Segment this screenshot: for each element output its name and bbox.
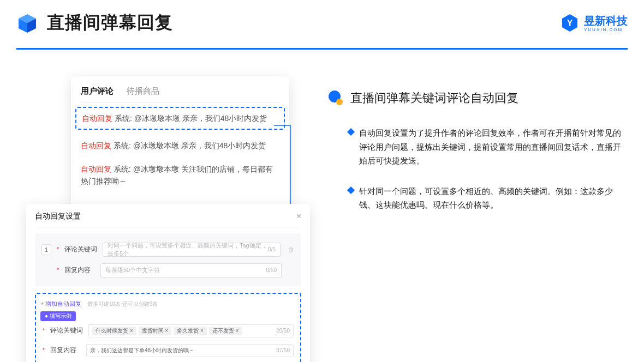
content-input[interactable]: 每条限50个中文字符 0/50: [100, 263, 282, 277]
right-column: 直播间弹幕关键词评论自动回复 自动回复设置为了提升作者的评论回复效率，作者可在开…: [327, 90, 622, 228]
auto-reply-settings-panel: 自动回复设置 × 1 * 评论关键词 对同一个问题，可设置多个相近、高频的关键词…: [26, 204, 310, 362]
keyword-tag[interactable]: 还不发货 ×: [209, 327, 242, 335]
settings-title: 自动回复设置: [35, 212, 81, 221]
comment-text-1: 系统: @冰墩墩本墩 亲亲，我们48小时内发货: [112, 114, 267, 123]
section-heading: 直播间弹幕关键词评论自动回复: [327, 90, 622, 106]
svg-text:Y: Y: [567, 19, 573, 28]
example-content-label: 回复内容: [50, 346, 81, 355]
comment-row: 自动回复 系统: @冰墩墩本墩 关注我们的店铺，每日都有热门推荐呦～: [81, 158, 279, 193]
tab-pending-products[interactable]: 待播商品: [127, 86, 159, 96]
delete-icon[interactable]: 🗑: [288, 246, 295, 254]
example-keyword-row: * 评论关键词 什么时候发货 × 发货时间 × 多久发货 × 还不发货 × 20…: [40, 321, 296, 341]
settings-header: 自动回复设置 ×: [35, 212, 301, 227]
required-dot: *: [43, 328, 45, 334]
page-title: 直播间弹幕回复: [47, 11, 173, 35]
slide-header: 直播间弹幕回复 Y 昱新科技 YUUXIN.COM: [16, 11, 628, 35]
add-hint: 最多可建10条 还可以创建9条: [87, 301, 158, 307]
example-badge: ● 填写示例: [40, 311, 76, 321]
auto-reply-badge: 自动回复: [81, 165, 111, 173]
required-dot: *: [57, 246, 59, 252]
brand-logo-icon: Y: [560, 13, 580, 33]
close-icon[interactable]: ×: [296, 212, 301, 221]
svg-point-5: [336, 99, 343, 105]
keyword-row: 1 * 评论关键词 对同一个问题，可设置多个相近、高频的关键词，Tag确定，最多…: [39, 239, 297, 260]
header-divider: [16, 48, 628, 50]
comment-panel: 用户评论 待播商品 自动回复 系统: @冰墩墩本墩 亲亲，我们48小时内发货 自…: [71, 76, 289, 209]
bullet-text-2: 针对同一个问题，可设置多个相近的、高频的关键词。例如：这款多少钱、这块能优惠吗、…: [359, 184, 622, 212]
comment-row-highlighted: 自动回复 系统: @冰墩墩本墩 亲亲，我们48小时内发货: [75, 107, 285, 130]
brand-subtitle: YUUXIN.COM: [584, 27, 628, 32]
content-label: 回复内容: [64, 266, 95, 275]
required-dot: *: [43, 347, 45, 353]
left-column: 用户评论 待播商品 自动回复 系统: @冰墩墩本墩 亲亲，我们48小时内发货 自…: [33, 76, 317, 362]
keyword-input[interactable]: 对同一个问题，可设置多个相近、高频的关键词，Tag确定，最多5个 0/5: [103, 243, 281, 257]
example-kw-counter: 20/50: [276, 328, 290, 334]
index-badge: 1: [41, 244, 51, 255]
keyword-counter: 0/5: [268, 246, 276, 252]
keyword-label: 评论关键词: [64, 245, 97, 254]
add-row: + 增加自动回复 最多可建10条 还可以创建9条: [40, 298, 296, 308]
brand: Y 昱新科技 YUUXIN.COM: [560, 13, 628, 33]
header-left: 直播间弹幕回复: [16, 11, 173, 35]
keyword-placeholder: 对同一个问题，可设置多个相近、高频的关键词，Tag确定，最多5个: [108, 242, 268, 258]
cube-icon: [16, 12, 38, 34]
tab-user-comments[interactable]: 用户评论: [81, 86, 114, 96]
example-content-counter: 37/50: [276, 347, 290, 353]
add-auto-reply-link[interactable]: + 增加自动回复: [40, 300, 81, 307]
example-content-input[interactable]: 亲，我们这边都是下单48小时内发货的哦～ 37/50: [86, 344, 294, 357]
keyword-tag[interactable]: 什么时候发货 ×: [92, 327, 136, 335]
required-dot: *: [57, 267, 59, 273]
diamond-bullet-icon: [347, 128, 355, 136]
bullet-item: 自动回复设置为了提升作者的评论回复效率，作者可在开播前针对常见的评论用户问题，提…: [327, 126, 622, 168]
auto-reply-badge: 自动回复: [81, 141, 111, 150]
comment-text-2: 系统: @冰墩墩本墩 亲亲，我们48小时内发货: [111, 141, 266, 150]
bullet-item: 针对同一个问题，可设置多个相近的、高频的关键词。例如：这款多少钱、这块能优惠吗、…: [327, 184, 622, 212]
content-row: * 回复内容 每条限50个中文字符 0/50: [39, 260, 297, 281]
keyword-tag[interactable]: 发货时间 ×: [139, 327, 172, 335]
keyword-tag[interactable]: 多久发货 ×: [174, 327, 207, 335]
example-keyword-input[interactable]: 什么时候发货 × 发货时间 × 多久发货 × 还不发货 × 20/50: [88, 324, 294, 337]
content-placeholder: 每条限50个中文字符: [105, 266, 160, 274]
brand-text-wrap: 昱新科技 YUUXIN.COM: [584, 14, 628, 32]
bullet-text-1: 自动回复设置为了提升作者的评论回复效率，作者可在开播前针对常见的评论用户问题，提…: [359, 126, 622, 168]
content-counter: 0/50: [266, 267, 277, 273]
section-title: 直播间弹幕关键词评论自动回复: [350, 90, 518, 106]
example-block: + 增加自动回复 最多可建10条 还可以创建9条 ● 填写示例 * 评论关键词 …: [35, 293, 301, 362]
example-content-text: 亲，我们这边都是下单48小时内发货的哦～: [90, 347, 194, 354]
chat-bubble-icon: [327, 90, 344, 106]
brand-name: 昱新科技: [584, 14, 628, 28]
settings-body: 1 * 评论关键词 对同一个问题，可设置多个相近、高频的关键词，Tag确定，最多…: [35, 234, 301, 286]
diamond-bullet-icon: [347, 186, 355, 194]
auto-reply-badge: 自动回复: [82, 114, 112, 123]
comment-row: 自动回复 系统: @冰墩墩本墩 亲亲，我们48小时内发货: [81, 134, 279, 157]
example-keyword-label: 评论关键词: [50, 326, 83, 335]
comment-tabs: 用户评论 待播商品: [81, 86, 279, 102]
example-content-row: * 回复内容 亲，我们这边都是下单48小时内发货的哦～ 37/50: [40, 341, 296, 360]
